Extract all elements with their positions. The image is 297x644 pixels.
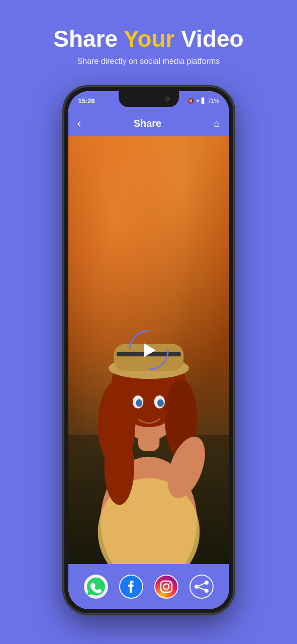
svg-point-14 [136,399,142,407]
mute-icon: 🔇 [187,98,194,104]
app-bar: ‹ Share ⌂ [68,110,229,136]
general-share-button[interactable] [186,572,217,602]
share-bar: 💬 [68,564,229,609]
phone-mockup: 15:26 🔇 ▾ ▋ 71% ‹ Share ⌂ [63,86,234,614]
svg-point-8 [104,430,134,505]
status-bar: 15:26 🔇 ▾ ▋ 71% [68,91,229,110]
play-circle [120,322,177,379]
status-time: 15:26 [78,97,95,105]
notch [119,91,179,107]
instagram-icon [153,574,179,600]
battery-text: 71% [208,98,219,104]
title-part2: Video [174,26,243,52]
signal-icon: ▋ [202,98,206,104]
page-title: Share Your Video [53,25,243,53]
facebook-icon [118,574,144,600]
title-part1: Share [53,26,124,52]
whatsapp-share-button[interactable]: 💬 [81,572,111,602]
status-icons: 🔇 ▾ ▋ 71% [187,98,219,104]
facebook-share-button[interactable] [116,572,146,602]
video-container[interactable] [68,136,229,564]
camera-dot [165,97,170,102]
header-section: Share Your Video Share directly on socia… [53,0,243,76]
whatsapp-icon: 💬 [83,574,109,600]
instagram-share-button[interactable] [151,572,181,602]
phone-frame: 15:26 🔇 ▾ ▋ 71% ‹ Share ⌂ [63,86,234,614]
phone-screen: 15:26 🔇 ▾ ▋ 71% ‹ Share ⌂ [68,91,229,609]
svg-point-25 [169,583,170,584]
home-button[interactable]: ⌂ [214,118,220,129]
svg-point-22 [155,576,177,598]
subtitle: Share directly on social media platforms [53,57,243,66]
title-highlight: Your [124,26,174,52]
play-button[interactable] [129,330,169,370]
svg-point-15 [157,399,164,407]
back-button[interactable]: ‹ [77,116,81,130]
app-bar-title: Share [134,118,162,129]
svg-point-27 [190,576,213,598]
share-icon [188,574,215,600]
wifi-icon: ▾ [196,98,200,104]
